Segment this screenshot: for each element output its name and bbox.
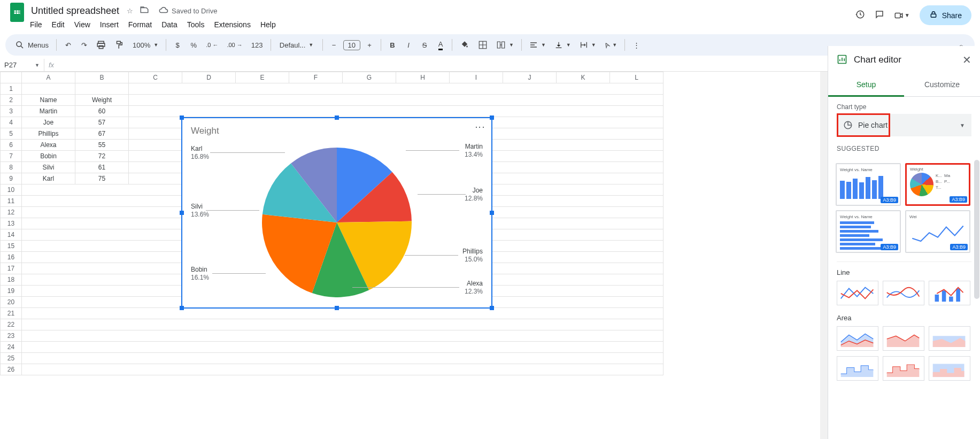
row-header[interactable]: 10 (1, 184, 22, 196)
resize-handle[interactable] (180, 115, 184, 120)
cell[interactable]: Karl (22, 173, 75, 184)
paint-format-button[interactable] (111, 37, 127, 52)
redo-button[interactable]: ↷ (77, 37, 91, 52)
row-header[interactable]: 26 (1, 364, 22, 375)
select-all-corner[interactable] (1, 72, 22, 83)
tab-setup[interactable]: Setup (828, 74, 904, 97)
comments-icon[interactable] (875, 10, 884, 21)
col-header[interactable]: H (396, 72, 450, 83)
rotate-button[interactable]: A▼ (601, 37, 621, 52)
row-header[interactable]: 11 (1, 196, 22, 207)
row-header[interactable]: 5 (1, 128, 22, 140)
area-chart-option[interactable] (837, 326, 878, 351)
decrease-decimal[interactable]: .0 ← (203, 37, 221, 52)
row-header[interactable]: 24 (1, 342, 22, 353)
suggested-thumb-bar[interactable]: Weight vs. Name A3:B9 (836, 210, 901, 253)
col-header[interactable]: A (22, 72, 75, 83)
font-size-increase[interactable]: + (362, 37, 376, 52)
name-box[interactable]: P27▼ (0, 61, 44, 69)
row-header[interactable]: 20 (1, 297, 22, 308)
format-123[interactable]: 123 (248, 37, 266, 52)
menu-tools[interactable]: Tools (183, 18, 209, 31)
chart-menu-icon[interactable]: ⋮ (474, 122, 486, 131)
cell[interactable]: Phillips (22, 128, 75, 140)
resize-handle[interactable] (335, 115, 339, 120)
cell[interactable]: Name (22, 95, 75, 106)
stepped-area-option[interactable] (837, 356, 878, 381)
col-header[interactable]: F (289, 72, 343, 83)
col-header[interactable]: E (236, 72, 289, 83)
suggested-thumb-pie[interactable]: Weight K... B... T... Ma (905, 163, 970, 206)
font-size-input[interactable]: 10 (343, 40, 360, 50)
cell[interactable]: 60 (75, 106, 129, 117)
v-align-button[interactable]: ▼ (551, 37, 574, 52)
stacked-area-option[interactable] (883, 326, 924, 351)
merge-button[interactable]: ▼ (493, 37, 517, 52)
vertical-scrollbar[interactable] (820, 72, 828, 439)
menu-extensions[interactable]: Extensions (210, 18, 254, 31)
full-stacked-area-option[interactable] (929, 326, 970, 351)
row-header[interactable]: 3 (1, 106, 22, 117)
chart-title[interactable]: Weight (191, 126, 219, 136)
italic-button[interactable]: I (402, 37, 415, 52)
tab-customize[interactable]: Customize (904, 74, 980, 96)
cell[interactable]: Bobin (22, 151, 75, 162)
resize-handle[interactable] (490, 306, 494, 310)
menu-format[interactable]: Format (124, 18, 156, 31)
menu-file[interactable]: File (26, 18, 47, 31)
col-header[interactable]: G (343, 72, 396, 83)
row-header[interactable]: 13 (1, 218, 22, 229)
resize-handle[interactable] (490, 211, 494, 215)
font-size-decrease[interactable]: − (327, 37, 341, 52)
save-status[interactable]: Saved to Drive (172, 7, 217, 15)
row-header[interactable]: 19 (1, 286, 22, 297)
row-header[interactable]: 2 (1, 95, 22, 106)
resize-handle[interactable] (180, 211, 184, 215)
sheets-logo-icon[interactable] (10, 3, 24, 22)
col-header[interactable]: B (75, 72, 129, 83)
search-menus[interactable]: Menus (12, 37, 52, 52)
more-tools[interactable]: ⋮ (629, 37, 643, 52)
cell[interactable]: 55 (75, 140, 129, 151)
h-align-button[interactable]: ▼ (526, 37, 549, 52)
star-icon[interactable]: ☆ (127, 7, 133, 15)
row-header[interactable]: 25 (1, 353, 22, 364)
col-header[interactable]: J (503, 72, 557, 83)
share-button[interactable]: Share (920, 5, 971, 25)
zoom-dropdown[interactable]: 100%▼ (129, 37, 161, 52)
row-header[interactable]: 16 (1, 252, 22, 263)
close-icon[interactable]: ✕ (962, 53, 971, 66)
suggested-thumb-line[interactable]: Wei A3:B9 (905, 210, 970, 253)
embedded-chart[interactable]: Weight ⋮ Martin13.4% Joe12.8% Phillips15… (181, 117, 492, 309)
line-chart-option[interactable] (837, 281, 878, 305)
smooth-line-option[interactable] (883, 281, 924, 305)
resize-handle[interactable] (490, 115, 494, 120)
meet-icon[interactable]: ▼ (894, 11, 910, 20)
row-header[interactable]: 8 (1, 162, 22, 173)
row-header[interactable]: 1 (1, 83, 22, 95)
chart-type-dropdown[interactable]: Pie chart ▼ (837, 114, 971, 136)
format-percent[interactable]: % (187, 37, 200, 52)
cell[interactable]: Martin (22, 106, 75, 117)
full-stacked-stepped-option[interactable] (929, 356, 970, 381)
history-icon[interactable] (855, 10, 865, 21)
row-header[interactable]: 22 (1, 319, 22, 330)
cell[interactable]: Silvi (22, 162, 75, 173)
strike-button[interactable]: S (418, 37, 431, 52)
row-header[interactable]: 6 (1, 140, 22, 151)
cell[interactable]: 72 (75, 151, 129, 162)
cell[interactable]: 67 (75, 128, 129, 140)
borders-button[interactable] (475, 37, 491, 52)
cell[interactable]: 57 (75, 117, 129, 128)
bold-button[interactable]: B (385, 37, 399, 52)
fill-color-button[interactable] (457, 37, 473, 52)
row-header[interactable]: 14 (1, 229, 22, 241)
format-currency[interactable]: $ (171, 37, 184, 52)
cell[interactable]: 61 (75, 162, 129, 173)
text-color-button[interactable]: A (434, 37, 447, 52)
menu-data[interactable]: Data (157, 18, 182, 31)
col-header[interactable]: K (557, 72, 610, 83)
row-header[interactable]: 18 (1, 274, 22, 286)
resize-handle[interactable] (180, 306, 184, 310)
row-header[interactable]: 23 (1, 330, 22, 342)
